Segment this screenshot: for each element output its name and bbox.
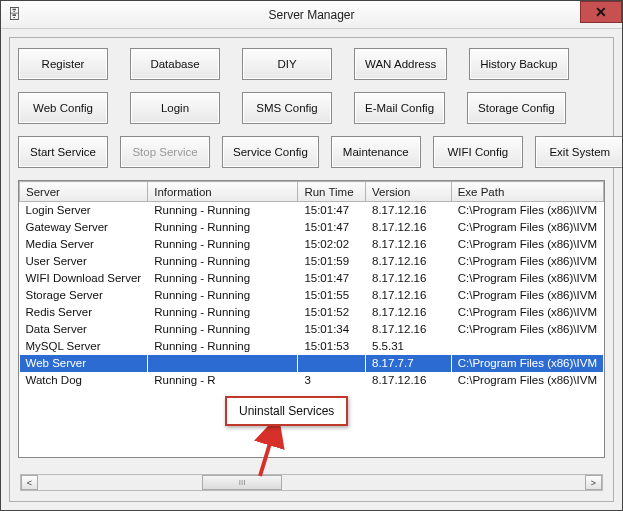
scroll-right-arrow-icon[interactable]: > [585,475,602,490]
maintenance-button[interactable]: Maintenance [331,136,421,168]
cell-version: 8.17.12.16 [366,253,452,270]
login-button[interactable]: Login [130,92,220,124]
uninstall-services-item[interactable]: Uninstall Services [239,404,334,418]
cell-exepath: C:\Program Files (x86)\IVM [451,202,603,219]
col-version[interactable]: Version [366,182,452,202]
col-information[interactable]: Information [148,182,298,202]
cell-server: Gateway Server [20,219,148,236]
cell-server: Data Server [20,321,148,338]
window-title: Server Manager [268,8,354,22]
cell-version: 8.17.12.16 [366,219,452,236]
client-area: Register Database DIY WAN Address Histor… [1,29,622,510]
cell-info: Running - Running [148,253,298,270]
scroll-track[interactable]: III [38,475,585,490]
cell-info: Running - Running [148,338,298,355]
cell-runtime: 15:01:52 [298,304,366,321]
cell-version: 8.17.12.16 [366,372,452,389]
cell-runtime: 15:01:55 [298,287,366,304]
button-row-2: Web Config Login SMS Config E-Mail Confi… [18,92,605,124]
cell-info: Running - Running [148,236,298,253]
table-row[interactable]: Storage ServerRunning - Running15:01:558… [20,287,604,304]
cell-runtime: 15:01:59 [298,253,366,270]
cell-info [148,355,298,372]
stop-service-button: Stop Service [120,136,210,168]
cell-exepath: C:\Program Files (x86)\IVM [451,355,603,372]
table-row[interactable]: WIFI Download ServerRunning - Running15:… [20,270,604,287]
cell-info: Running - Running [148,321,298,338]
cell-server: Redis Server [20,304,148,321]
cell-version: 8.17.12.16 [366,287,452,304]
web-config-button[interactable]: Web Config [18,92,108,124]
table-row[interactable]: User ServerRunning - Running15:01:598.17… [20,253,604,270]
wan-address-button[interactable]: WAN Address [354,48,447,80]
email-config-button[interactable]: E-Mail Config [354,92,445,124]
cell-runtime: 15:01:47 [298,270,366,287]
cell-exepath: C:\Program Files (x86)\IVM [451,270,603,287]
table-row[interactable]: Web Server8.17.7.7C:\Program Files (x86)… [20,355,604,372]
cell-version: 8.17.12.16 [366,236,452,253]
server-table[interactable]: Server Information Run Time Version Exe … [19,181,604,389]
table-row[interactable]: Login ServerRunning - Running15:01:478.1… [20,202,604,219]
table-header-row[interactable]: Server Information Run Time Version Exe … [20,182,604,202]
cell-exepath [451,338,603,355]
cell-version: 8.17.12.16 [366,202,452,219]
table-row[interactable]: Media ServerRunning - Running15:02:028.1… [20,236,604,253]
cell-server: Web Server [20,355,148,372]
col-exepath[interactable]: Exe Path [451,182,603,202]
cell-server: Watch Dog [20,372,148,389]
cell-info: Running - Running [148,304,298,321]
cell-exepath: C:\Program Files (x86)\IVM [451,304,603,321]
table-row[interactable]: Watch DogRunning - R38.17.12.16C:\Progra… [20,372,604,389]
scroll-left-arrow-icon[interactable]: < [21,475,38,490]
cell-exepath: C:\Program Files (x86)\IVM [451,236,603,253]
cell-info: Running - Running [148,202,298,219]
cell-version: 5.5.31 [366,338,452,355]
close-icon: ✕ [595,4,607,20]
horizontal-scrollbar[interactable]: < III > [20,474,603,491]
cell-exepath: C:\Program Files (x86)\IVM [451,287,603,304]
cell-version: 8.17.12.16 [366,321,452,338]
cell-runtime: 15:01:47 [298,202,366,219]
cell-server: Login Server [20,202,148,219]
cell-version: 8.17.12.16 [366,270,452,287]
table-row[interactable]: MySQL ServerRunning - Running15:01:535.5… [20,338,604,355]
app-icon: 🗄 [7,6,23,22]
cell-info: Running - R [148,372,298,389]
cell-runtime: 15:01:53 [298,338,366,355]
cell-server: Media Server [20,236,148,253]
cell-info: Running - Running [148,219,298,236]
cell-version: 8.17.12.16 [366,304,452,321]
service-config-button[interactable]: Service Config [222,136,319,168]
exit-system-button[interactable]: Exit System [535,136,623,168]
cell-runtime: 3 [298,372,366,389]
titlebar: 🗄 Server Manager ✕ [1,1,622,29]
col-server[interactable]: Server [20,182,148,202]
table-row[interactable]: Redis ServerRunning - Running15:01:528.1… [20,304,604,321]
diy-button[interactable]: DIY [242,48,332,80]
scroll-thumb[interactable]: III [202,475,282,490]
table-row[interactable]: Gateway ServerRunning - Running15:01:478… [20,219,604,236]
wifi-config-button[interactable]: WIFI Config [433,136,523,168]
cell-server: WIFI Download Server [20,270,148,287]
cell-exepath: C:\Program Files (x86)\IVM [451,219,603,236]
sms-config-button[interactable]: SMS Config [242,92,332,124]
context-menu[interactable]: Uninstall Services [225,396,348,426]
content-frame: Register Database DIY WAN Address Histor… [9,37,614,502]
cell-server: User Server [20,253,148,270]
cell-info: Running - Running [148,287,298,304]
cell-runtime: 15:01:34 [298,321,366,338]
cell-runtime: 15:01:47 [298,219,366,236]
cell-exepath: C:\Program Files (x86)\IVM [451,253,603,270]
start-service-button[interactable]: Start Service [18,136,108,168]
history-backup-button[interactable]: History Backup [469,48,568,80]
register-button[interactable]: Register [18,48,108,80]
cell-runtime: 15:02:02 [298,236,366,253]
col-runtime[interactable]: Run Time [298,182,366,202]
button-row-3: Start Service Stop Service Service Confi… [18,136,605,168]
cell-server: MySQL Server [20,338,148,355]
database-button[interactable]: Database [130,48,220,80]
storage-config-button[interactable]: Storage Config [467,92,566,124]
cell-server: Storage Server [20,287,148,304]
table-row[interactable]: Data ServerRunning - Running15:01:348.17… [20,321,604,338]
close-button[interactable]: ✕ [580,1,622,23]
